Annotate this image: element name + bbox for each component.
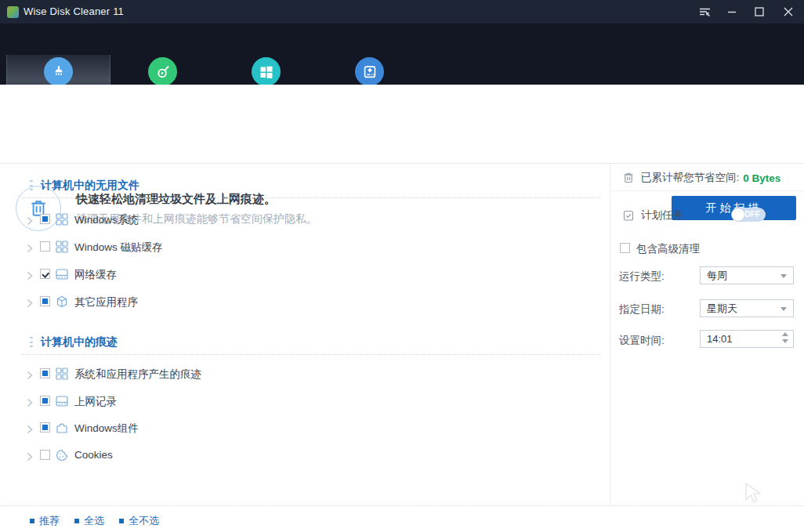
chevron-right-icon[interactable]: [25, 297, 34, 306]
chevron-right-icon[interactable]: [25, 451, 34, 460]
nav-bar: 常规清理 高级清理 系统瘦身: [0, 24, 804, 85]
section-title-traces: 计算机中的痕迹: [41, 335, 118, 349]
include-advanced-checkbox[interactable]: [620, 243, 630, 253]
footer-bar: 推荐 全选 全不选: [0, 505, 804, 532]
section-separator: [22, 197, 600, 198]
bullet-icon: [74, 519, 79, 523]
chevron-right-icon[interactable]: [25, 242, 34, 252]
hamburger-menu-icon: [698, 5, 712, 18]
windows-logo-icon: [252, 57, 281, 86]
browser-history-icon: [56, 395, 68, 407]
titlebar: Wise Disk Cleaner 11: [0, 0, 804, 24]
checkbox[interactable]: [40, 368, 50, 378]
scheduled-day-select[interactable]: 星期天: [700, 299, 794, 317]
windows-tiles-icon: [56, 241, 68, 253]
panel-separator: [610, 190, 804, 191]
checkbox[interactable]: [40, 241, 50, 252]
section-marker-icon: [30, 337, 33, 347]
include-advanced-label[interactable]: 包含高级清理: [636, 242, 700, 256]
chevron-right-icon[interactable]: [25, 423, 34, 432]
chevron-right-icon[interactable]: [25, 369, 34, 378]
run-type-value: 每周: [707, 270, 727, 281]
section-separator: [22, 354, 600, 355]
toggle-knob: [732, 208, 744, 221]
scheduled-day-value: 星期天: [707, 302, 737, 314]
maximize-button[interactable]: [746, 0, 773, 24]
select-all-link[interactable]: 全选: [74, 514, 104, 528]
chevron-right-icon[interactable]: [25, 270, 34, 279]
panel-divider: [610, 164, 610, 505]
window-title: Wise Disk Cleaner 11: [24, 5, 124, 17]
scheduled-time-label: 设置时间:: [619, 334, 665, 348]
checkbox[interactable]: [40, 296, 50, 306]
section-marker-icon: [30, 180, 33, 190]
scheduled-time-spinner[interactable]: 14:01: [700, 330, 794, 348]
schedule-row: 计划任务: [622, 208, 683, 223]
apps-cube-icon: [56, 295, 68, 308]
minimize-icon: [727, 7, 737, 16]
chevron-down-icon: [780, 307, 787, 311]
brush-icon: [44, 57, 73, 86]
chevron-right-icon[interactable]: [25, 215, 34, 224]
bullet-icon: [119, 519, 124, 523]
puzzle-icon: [56, 422, 68, 434]
wise-disk-cleaner-window: Wise Disk Cleaner 11: [0, 0, 804, 532]
saved-space-value: 0 Bytes: [743, 172, 780, 184]
select-none-link[interactable]: 全不选: [119, 514, 159, 528]
deep-scan-icon: [148, 57, 177, 86]
spinner-down-icon[interactable]: [782, 339, 788, 343]
checkbox[interactable]: [40, 422, 50, 432]
run-type-select[interactable]: 每周: [700, 266, 794, 284]
chevron-right-icon[interactable]: [25, 396, 34, 406]
scheduled-time-value: 14:01: [707, 333, 733, 345]
checkbox[interactable]: [40, 214, 50, 224]
windows-icon: [56, 213, 68, 226]
chevron-down-icon: [780, 274, 787, 278]
toggle-state-label: OFF: [744, 208, 760, 222]
close-icon: [784, 7, 793, 16]
app-logo-icon: [7, 6, 19, 18]
header-band: 快速轻松地清理垃圾文件及上网痕迹。 清理无用文件和上网痕迹能够节省空间保护隐私。…: [0, 85, 804, 164]
bullet-icon: [30, 519, 34, 523]
page-title: 快速轻松地清理垃圾文件及上网痕迹。: [76, 192, 276, 207]
saved-space-label: 已累计帮您节省空间:: [641, 171, 739, 185]
minimize-button[interactable]: [719, 0, 745, 24]
section-title-junk-files: 计算机中的无用文件: [41, 179, 139, 193]
disk-icon: [355, 57, 384, 86]
spinner-up-icon[interactable]: [782, 332, 788, 336]
run-type-label: 运行类型:: [619, 270, 665, 284]
checkbox[interactable]: [40, 450, 50, 460]
schedule-label: 计划任务: [641, 208, 683, 223]
maximize-icon: [755, 7, 764, 16]
browser-cache-icon: [56, 268, 68, 280]
checkbox[interactable]: [40, 269, 50, 279]
clipboard-check-icon: [622, 209, 635, 222]
scheduled-day-label: 指定日期:: [619, 302, 665, 317]
main-menu-button[interactable]: [691, 0, 718, 24]
checkbox[interactable]: [40, 396, 50, 406]
trash-small-icon: [622, 172, 635, 184]
cookie-icon: [56, 449, 68, 461]
schedule-toggle[interactable]: OFF: [731, 208, 766, 222]
saved-space-row: 已累计帮您节省空间: 0 Bytes: [622, 171, 780, 185]
windows-icon: [56, 367, 68, 380]
close-button[interactable]: [775, 0, 802, 24]
recommended-link[interactable]: 推荐: [30, 514, 60, 528]
